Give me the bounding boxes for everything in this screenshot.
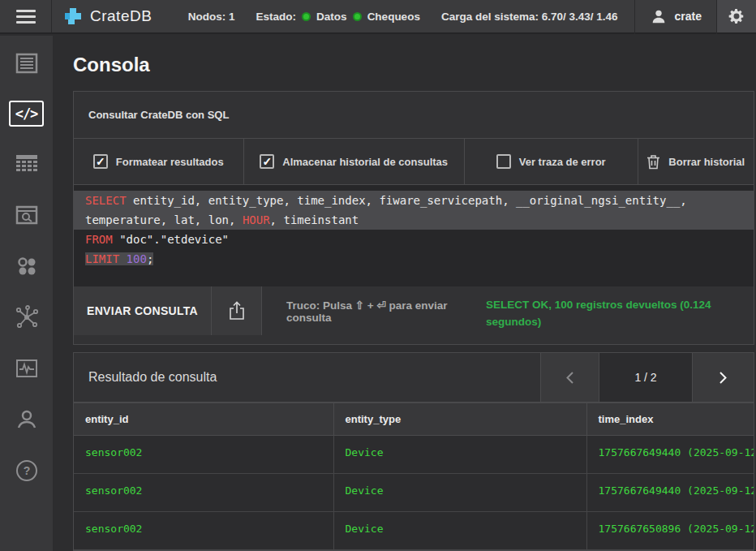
- checkbox-icon[interactable]: ✓: [93, 154, 108, 169]
- option-label: Almacenar historial de consultas: [282, 156, 448, 168]
- shortcut-hint: Truco: Pulsa ⇧ + ⏎ para enviar consulta: [262, 286, 486, 335]
- chevron-right-icon: [719, 371, 728, 385]
- results-table: entity_identity_typetime_index sensor002…: [74, 402, 754, 550]
- share-icon: [229, 301, 245, 321]
- table-row: sensor002Device1757667650896 (2025-09-12…: [74, 512, 754, 550]
- results-header: Resultado de consulta 1 / 2: [74, 353, 754, 402]
- status-checks-label: Chequeos: [367, 11, 420, 23]
- sidebar-item-console[interactable]: </>: [9, 101, 45, 127]
- sidebar-item-browser[interactable]: [15, 201, 39, 229]
- checkbox-icon[interactable]: ✓: [496, 154, 511, 169]
- username: crate: [675, 10, 702, 23]
- sql-line: SELECT entity_id, entity_type, time_inde…: [74, 191, 754, 210]
- table-row: sensor002Device1757667649440 (2025-09-12…: [74, 474, 754, 512]
- table-cell: Device: [333, 436, 586, 474]
- option-store-history[interactable]: ✓ Almacenar historial de consultas: [244, 139, 465, 184]
- brand[interactable]: CrateDB: [52, 0, 165, 32]
- sidebar-item-privileges[interactable]: [16, 406, 37, 433]
- submit-query-button[interactable]: ENVIAR CONSULTA: [74, 286, 212, 335]
- prev-page-button[interactable]: [540, 353, 599, 402]
- person-icon: [16, 408, 37, 431]
- sql-line: LIMIT 100;: [74, 249, 754, 269]
- table-cell: sensor002: [74, 512, 333, 550]
- network-graph-icon: [15, 305, 39, 329]
- option-error-trace[interactable]: ✓ Ver traza de error: [465, 139, 638, 184]
- sidebar-item-topology[interactable]: [15, 303, 39, 331]
- sidebar-item-monitoring[interactable]: [15, 355, 39, 382]
- page-indicator: 1 / 2: [599, 353, 692, 402]
- clear-history-label: Borrar historial: [668, 156, 745, 168]
- results-title: Resultado de consulta: [74, 353, 540, 402]
- column-header: entity_id: [74, 403, 333, 436]
- query-action-row: ENVIAR CONSULTA Truco: Pulsa ⇧ + ⏎ para …: [74, 286, 754, 344]
- query-panel-title: Consultar CrateDB con SQL: [74, 92, 754, 138]
- table-cell: 1757667650896 (2025-09-12T0: [586, 512, 754, 550]
- option-format-results[interactable]: ✓ Formatear resultados: [74, 139, 244, 184]
- menu-icon[interactable]: [0, 0, 52, 32]
- data-status-dot-icon: [302, 12, 311, 21]
- query-status-message: SELECT OK, 100 registros devueltos (0.12…: [486, 286, 754, 335]
- cluster-dots-icon: [15, 255, 38, 278]
- trash-icon: [646, 154, 660, 170]
- checks-status-dot-icon: [353, 12, 362, 21]
- table-cell: 1757667649440 (2025-09-12T0: [586, 436, 754, 474]
- table-cell: sensor002: [74, 474, 333, 512]
- top-bar: CrateDB Nodos: 1 Estado: Datos Chequeos …: [0, 0, 756, 34]
- system-load: Carga del sistema: 6.70/ 3.43/ 1.46: [441, 11, 618, 23]
- cluster-status: Nodos: 1 Estado: Datos Chequeos Carga de…: [188, 0, 634, 32]
- search-window-icon: [15, 204, 39, 226]
- sidebar-item-tables[interactable]: [15, 150, 39, 178]
- table-icon: [15, 153, 39, 174]
- svg-text:?: ?: [23, 464, 30, 477]
- table-cell: 1757667649440 (2025-09-12T0: [586, 474, 754, 512]
- option-label: Formatear resultados: [116, 156, 224, 168]
- main-content: Consola Consultar CrateDB con SQL ✓ Form…: [53, 36, 756, 551]
- overview-icon: [15, 52, 39, 75]
- sql-editor[interactable]: SELECT entity_id, entity_type, time_inde…: [74, 185, 754, 286]
- sql-line: FROM "doc"."etdevice": [74, 230, 754, 249]
- sql-line: temperature, lat, lon, HOUR, timeinstant: [74, 210, 754, 230]
- clear-history-button[interactable]: Borrar historial: [638, 139, 754, 184]
- user-menu[interactable]: crate: [635, 0, 716, 32]
- table-cell: sensor002: [74, 436, 333, 474]
- brand-name: CrateDB: [90, 7, 152, 25]
- results-panel: Resultado de consulta 1 / 2 entity_ident…: [73, 352, 754, 551]
- sidebar: </>: [0, 36, 53, 551]
- query-panel: Consultar CrateDB con SQL ✓ Formatear re…: [73, 91, 754, 345]
- table-cell: Device: [333, 512, 586, 550]
- monitor-pulse-icon: [15, 358, 39, 379]
- next-page-button[interactable]: [692, 353, 754, 402]
- option-label: Ver traza de error: [519, 156, 606, 168]
- cratedb-logo-icon: [63, 6, 83, 26]
- sidebar-item-overview[interactable]: [15, 50, 39, 77]
- sidebar-item-help[interactable]: ?: [15, 457, 38, 484]
- query-options-row: ✓ Formatear resultados ✓ Almacenar histo…: [74, 138, 754, 185]
- column-header: entity_type: [333, 403, 586, 436]
- user-icon: [650, 7, 668, 25]
- results-table-wrap: entity_identity_typetime_index sensor002…: [74, 402, 754, 550]
- page-title: Consola: [73, 54, 754, 76]
- share-query-button[interactable]: [212, 286, 262, 335]
- checkbox-icon[interactable]: ✓: [260, 154, 274, 169]
- table-header-row: entity_identity_typetime_index: [74, 403, 754, 436]
- nodes-count: Nodos: 1: [188, 11, 235, 23]
- gear-icon: [728, 7, 745, 25]
- column-header: time_index: [586, 403, 754, 436]
- chevron-left-icon: [565, 371, 574, 385]
- status-label: Estado:: [256, 11, 297, 23]
- settings-button[interactable]: [717, 0, 756, 32]
- table-row: sensor002Device1757667649440 (2025-09-12…: [74, 436, 754, 474]
- code-icon: </>: [15, 105, 38, 122]
- table-cell: Device: [333, 474, 586, 512]
- status-data-label: Datos: [316, 11, 347, 23]
- sidebar-item-cluster[interactable]: [15, 252, 38, 280]
- question-icon: ?: [15, 459, 38, 482]
